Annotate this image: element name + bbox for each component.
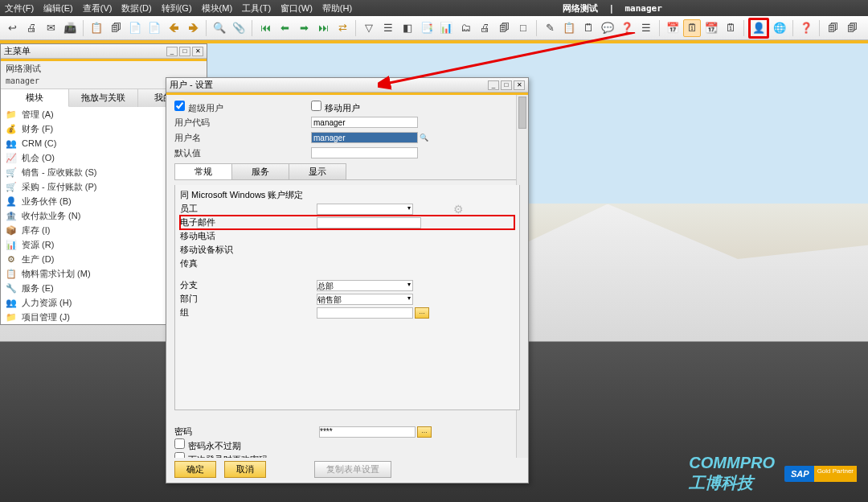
tb-user-icon[interactable]: 👤 xyxy=(748,18,769,39)
lookup-icon[interactable]: 🔍 xyxy=(420,134,428,142)
menu-file[interactable]: 文件(F) xyxy=(5,2,34,14)
emp-label: 员工 xyxy=(180,203,317,215)
superuser-checkbox[interactable] xyxy=(174,101,185,111)
tb-cal1-icon[interactable]: 📅 xyxy=(664,19,682,37)
tb-doc1-icon[interactable]: 📄 xyxy=(126,19,144,37)
tb-navback-icon[interactable]: 🡸 xyxy=(165,19,182,37)
superuser-label: 超级用户 xyxy=(188,103,223,113)
tb-win2-icon[interactable]: 🗐 xyxy=(843,19,861,37)
module-icon: 📈 xyxy=(6,153,17,163)
tb-filter-icon[interactable]: ▽ xyxy=(360,19,378,37)
panel-max-icon[interactable]: □ xyxy=(179,47,190,56)
usercode-input[interactable] xyxy=(311,117,418,128)
tb-swap-icon[interactable]: ⇄ xyxy=(334,19,351,37)
module-icon: 🔧 xyxy=(6,283,17,294)
tb-next-icon[interactable]: ➡ xyxy=(295,19,313,37)
module-icon: 🏦 xyxy=(6,211,17,221)
username-input[interactable] xyxy=(311,132,418,143)
tb-globe-icon[interactable]: 🌐 xyxy=(771,19,788,37)
group-input[interactable] xyxy=(317,307,413,319)
menu-data[interactable]: 数据(D) xyxy=(121,2,151,14)
tb-first-icon[interactable]: ⏮ xyxy=(256,19,274,37)
tb-cal4-icon[interactable]: 🗓 xyxy=(722,19,739,37)
dept-combo[interactable]: 销售部 xyxy=(317,294,413,305)
tb-attach-icon[interactable]: 📎 xyxy=(230,19,248,37)
tb-last-icon[interactable]: ⏭ xyxy=(314,19,332,37)
copy-form-button[interactable]: 复制表单设置 xyxy=(314,461,391,478)
email-input[interactable] xyxy=(317,217,421,228)
tree-item-label: 业务伙伴 (B) xyxy=(22,195,72,208)
tb-paste-icon[interactable]: 🗐 xyxy=(107,19,125,37)
tb-fax-icon[interactable]: 📠 xyxy=(61,19,79,37)
gear-icon[interactable]: ⚙ xyxy=(453,203,464,216)
inner-tab-display[interactable]: 显示 xyxy=(289,163,346,179)
password-input[interactable]: **** xyxy=(319,426,416,438)
tree-item-label: 机会 (O) xyxy=(22,152,55,164)
tb-rows-icon[interactable]: ☰ xyxy=(637,19,655,37)
usercode-label: 用户代码 xyxy=(174,117,311,129)
emp-combo[interactable] xyxy=(317,204,413,215)
bind-label: 同 Microsoft Windows 账户绑定 xyxy=(180,189,317,201)
tb-win1-icon[interactable]: 🗐 xyxy=(824,19,841,37)
dlg-min-icon[interactable]: _ xyxy=(488,80,499,90)
ok-button[interactable]: 确定 xyxy=(174,461,216,478)
tb-mail-icon[interactable]: ✉ xyxy=(42,19,59,37)
defaults-input[interactable] xyxy=(311,147,418,158)
menu-goto[interactable]: 转到(G) xyxy=(162,2,192,14)
username-label: 用户名 xyxy=(174,132,311,144)
tb-print-icon[interactable]: 🖨 xyxy=(23,19,40,37)
menu-module[interactable]: 模块(M) xyxy=(202,2,233,14)
module-icon: 👥 xyxy=(6,138,17,149)
tb-chat-icon[interactable]: 💬 xyxy=(599,19,616,37)
module-icon: 📦 xyxy=(6,225,17,236)
tree-item-label: 采购 - 应付账款 (P) xyxy=(22,181,97,193)
pw-noexpire-checkbox[interactable] xyxy=(174,438,185,449)
password-button[interactable]: … xyxy=(417,426,432,438)
tb-edit-icon[interactable]: ✎ xyxy=(541,19,559,37)
menu-tab-dragdrop[interactable]: 拖放与关联 xyxy=(69,89,137,107)
menu-help[interactable]: 帮助(H) xyxy=(322,2,352,14)
tb-window-icon[interactable]: □ xyxy=(514,19,532,37)
sap-logo: SAP Gold Partner xyxy=(784,466,857,482)
dlg-close-icon[interactable]: ✕ xyxy=(514,80,525,90)
tb-list-icon[interactable]: ☰ xyxy=(379,19,397,37)
menu-window[interactable]: 窗口(W) xyxy=(280,2,313,14)
tb-undo-icon[interactable]: ↩ xyxy=(3,19,21,37)
tb-copy-icon[interactable]: 📋 xyxy=(88,19,105,37)
tb-print2-icon[interactable]: 🖨 xyxy=(476,19,493,37)
branch-combo[interactable]: 总部 xyxy=(317,280,413,291)
tb-report1-icon[interactable]: 📑 xyxy=(418,19,436,37)
tb-layout-icon[interactable]: ◧ xyxy=(399,19,416,37)
menu-edit[interactable]: 编辑(E) xyxy=(43,2,73,14)
inner-tab-general[interactable]: 常规 xyxy=(174,163,232,179)
tb-doc2-icon[interactable]: 📄 xyxy=(145,19,163,37)
cancel-button[interactable]: 取消 xyxy=(224,461,266,478)
tree-item-label: 人力资源 (H) xyxy=(22,297,72,309)
tb-cal3-icon[interactable]: 📆 xyxy=(702,19,720,37)
tb-help2-icon[interactable]: ❓ xyxy=(618,19,636,37)
tb-qhelp-icon[interactable]: ❓ xyxy=(797,19,815,37)
tree-item-label: 管理 (A) xyxy=(22,109,54,121)
tb-folder-icon[interactable]: 🗂 xyxy=(457,19,474,37)
tb-cal2-icon[interactable]: 🗓 xyxy=(683,19,701,37)
tb-navfwd-icon[interactable]: 🡺 xyxy=(184,19,202,37)
group-button[interactable]: … xyxy=(415,307,429,319)
menu-tab-modules[interactable]: 模块 xyxy=(1,89,69,107)
pw-changenext-checkbox[interactable] xyxy=(174,452,185,458)
tb-note-icon[interactable]: 🗒 xyxy=(579,19,597,37)
panel-close-icon[interactable]: ✕ xyxy=(192,47,203,56)
mobileuser-checkbox[interactable] xyxy=(311,101,321,111)
tb-sep xyxy=(819,20,820,36)
tb-prev-icon[interactable]: ⬅ xyxy=(276,19,293,37)
menu-tools[interactable]: 工具(T) xyxy=(242,2,271,14)
panel-min-icon[interactable]: _ xyxy=(166,47,178,56)
tb-find-icon[interactable]: 🔍 xyxy=(211,19,228,37)
dlg-max-icon[interactable]: □ xyxy=(501,80,512,90)
inner-tab-service[interactable]: 服务 xyxy=(231,163,289,179)
tb-clipboard-icon[interactable]: 📋 xyxy=(560,19,578,37)
menu-view[interactable]: 查看(V) xyxy=(83,2,113,14)
logo-area: COMMPRO 工博科技 SAP Gold Partner xyxy=(689,454,857,494)
tb-copy2-icon[interactable]: 🗐 xyxy=(495,19,513,37)
dept-label: 部门 xyxy=(180,293,317,305)
tb-report2-icon[interactable]: 📊 xyxy=(437,19,455,37)
